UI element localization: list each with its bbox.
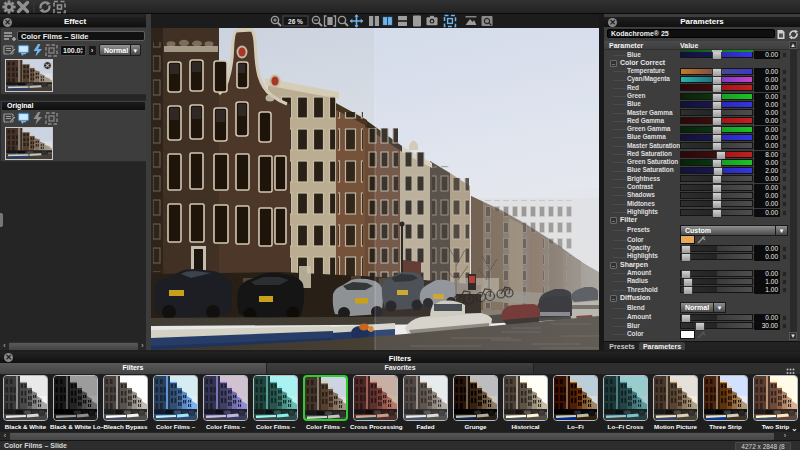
svg-text:26 %: 26 % bbox=[288, 18, 303, 25]
